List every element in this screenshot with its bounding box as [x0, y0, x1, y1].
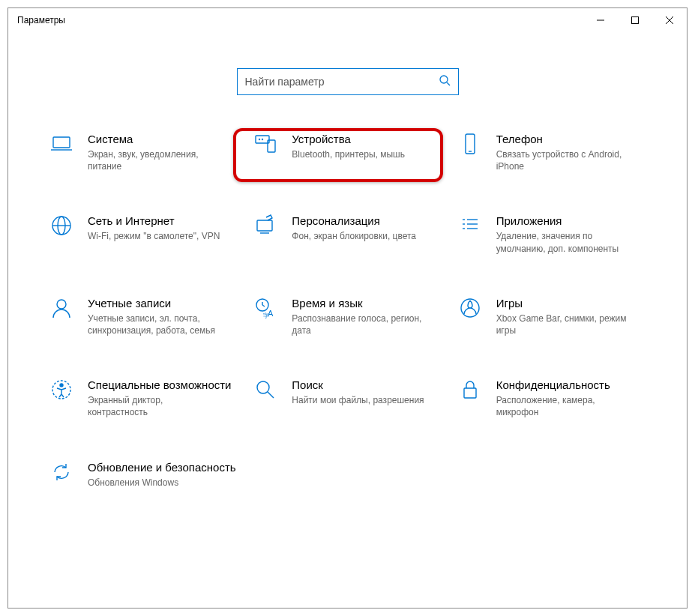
tile-subtitle: Bluetooth, принтеры, мышь: [292, 148, 405, 160]
tile-subtitle: Экран, звук, уведомления, питание: [88, 148, 223, 172]
svg-line-35: [268, 392, 274, 398]
tile-subtitle: Расположение, камера, микрофон: [496, 394, 631, 418]
svg-point-25: [57, 300, 66, 309]
svg-rect-17: [257, 220, 272, 231]
close-icon: [666, 16, 673, 24]
tile-subtitle: Удаление, значения по умолчанию, доп. ко…: [496, 230, 631, 254]
search-container: [8, 68, 687, 95]
update-icon: [49, 459, 74, 485]
search-icon: [439, 74, 451, 89]
tile-accessibility[interactable]: Специальные возможности Экранный диктор,…: [49, 377, 238, 418]
tile-title: Игры: [496, 297, 631, 309]
apps-icon: [457, 213, 483, 238]
person-icon: [49, 295, 74, 321]
tile-time-language[interactable]: A字 Время и язык Распознавание голоса, ре…: [253, 295, 442, 336]
time-language-icon: A字: [253, 295, 278, 321]
tile-title: Поиск: [292, 378, 424, 391]
tile-apps[interactable]: Приложения Удаление, значения по умолчан…: [457, 213, 646, 254]
tile-subtitle: Учетные записи, эл. почта, синхронизация…: [88, 312, 223, 336]
svg-line-28: [262, 305, 265, 307]
window-controls: [583, 8, 687, 32]
close-button[interactable]: [652, 8, 687, 32]
tile-title: Учетные записи: [88, 297, 223, 309]
tile-title: Конфиденциальность: [496, 378, 631, 391]
tile-subtitle: Связать устройство с Android, iPhone: [496, 148, 631, 172]
svg-point-34: [257, 381, 269, 393]
tile-title: Устройства: [292, 133, 405, 145]
svg-point-10: [259, 139, 260, 140]
tile-phone[interactable]: Телефон Связать устройство с Android, iP…: [457, 131, 646, 172]
tile-title: Приложения: [496, 214, 631, 227]
tile-subtitle: Экранный диктор, контрастность: [88, 394, 223, 418]
window-title: Параметры: [17, 15, 583, 25]
tile-title: Персонализация: [292, 214, 416, 227]
svg-point-4: [440, 76, 448, 83]
tile-title: Система: [88, 133, 223, 145]
lock-icon: [457, 377, 483, 402]
svg-point-33: [60, 384, 63, 387]
tile-title: Время и язык: [292, 297, 427, 309]
tile-title: Телефон: [496, 133, 631, 145]
search-input[interactable]: [245, 76, 439, 88]
devices-icon: [253, 131, 278, 157]
svg-rect-6: [53, 137, 70, 148]
tile-devices[interactable]: Устройства Bluetooth, принтеры, мышь: [253, 131, 442, 172]
maximize-button[interactable]: [618, 8, 652, 32]
settings-grid: Система Экран, звук, уведомления, питани…: [8, 95, 687, 489]
minimize-icon: [597, 16, 604, 24]
maximize-icon: [631, 16, 639, 24]
tile-privacy[interactable]: Конфиденциальность Расположение, камера,…: [457, 377, 646, 418]
tile-subtitle: Wi-Fi, режим "в самолете", VPN: [88, 230, 220, 242]
svg-rect-36: [464, 388, 476, 398]
personalization-icon: [253, 213, 278, 238]
globe-icon: [49, 213, 74, 238]
svg-rect-12: [466, 134, 475, 154]
tile-network[interactable]: Сеть и Интернет Wi-Fi, режим "в самолете…: [49, 213, 238, 254]
tile-accounts[interactable]: Учетные записи Учетные записи, эл. почта…: [49, 295, 238, 336]
accessibility-icon: [49, 377, 74, 402]
svg-point-11: [262, 139, 263, 140]
tile-title: Специальные возможности: [88, 378, 232, 391]
tile-system[interactable]: Система Экран, звук, уведомления, питани…: [49, 131, 238, 172]
tile-subtitle: Обновления Windows: [88, 477, 223, 489]
titlebar: Параметры: [8, 8, 687, 32]
settings-window: Параметры Система: [7, 7, 688, 609]
tile-subtitle: Распознавание голоса, регион, дата: [292, 312, 427, 336]
tile-subtitle: Найти мои файлы, разрешения: [292, 394, 424, 406]
svg-rect-1: [632, 17, 639, 24]
tile-subtitle: Xbox Game Bar, снимки, режим игры: [496, 312, 631, 336]
search-box[interactable]: [237, 68, 459, 95]
tile-subtitle: Фон, экран блокировки, цвета: [292, 230, 416, 242]
svg-text:字: 字: [263, 312, 269, 319]
magnifier-icon: [253, 377, 278, 402]
gaming-icon: [457, 295, 483, 321]
svg-line-5: [447, 82, 450, 85]
tile-search[interactable]: Поиск Найти мои файлы, разрешения: [253, 377, 442, 418]
tile-title: Обновление и безопасность: [88, 461, 236, 474]
minimize-button[interactable]: [583, 8, 618, 32]
tile-title: Сеть и Интернет: [88, 214, 220, 227]
phone-icon: [457, 131, 483, 157]
tile-gaming[interactable]: Игры Xbox Game Bar, снимки, режим игры: [457, 295, 646, 336]
laptop-icon: [49, 131, 74, 157]
tile-personalization[interactable]: Персонализация Фон, экран блокировки, цв…: [253, 213, 442, 254]
tile-update-security[interactable]: Обновление и безопасность Обновления Win…: [49, 459, 238, 489]
